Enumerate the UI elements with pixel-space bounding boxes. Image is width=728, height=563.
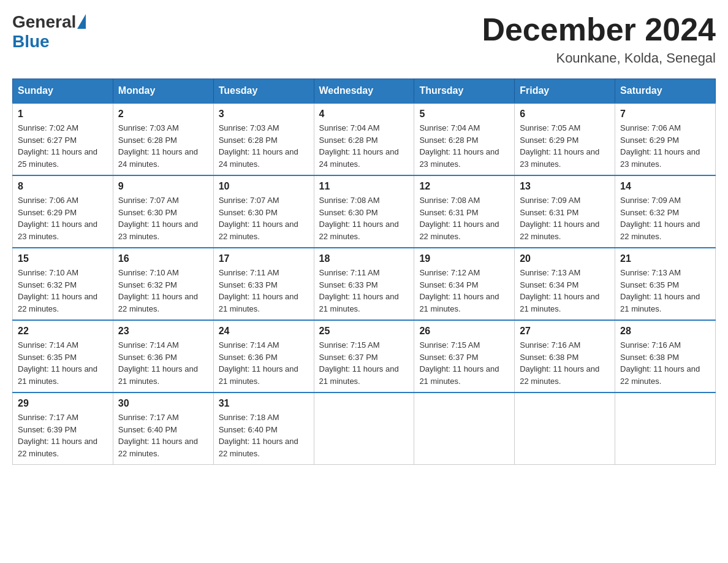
day-info: Sunrise: 7:09 AMSunset: 6:32 PMDaylight:… <box>620 194 710 242</box>
week-row-1: 1 Sunrise: 7:02 AMSunset: 6:27 PMDayligh… <box>13 103 716 175</box>
calendar-cell: 15 Sunrise: 7:10 AMSunset: 6:32 PMDaylig… <box>13 248 113 320</box>
calendar-cell: 12 Sunrise: 7:08 AMSunset: 6:31 PMDaylig… <box>414 175 515 248</box>
day-info: Sunrise: 7:08 AMSunset: 6:30 PMDaylight:… <box>319 194 409 242</box>
calendar-cell <box>515 393 615 465</box>
day-number: 2 <box>118 109 208 120</box>
calendar-cell: 8 Sunrise: 7:06 AMSunset: 6:29 PMDayligh… <box>13 175 113 248</box>
calendar-cell: 28 Sunrise: 7:16 AMSunset: 6:38 PMDaylig… <box>615 320 716 393</box>
location-label: Kounkane, Kolda, Senegal <box>482 50 716 66</box>
week-row-5: 29 Sunrise: 7:17 AMSunset: 6:39 PMDaylig… <box>13 393 716 465</box>
day-info: Sunrise: 7:13 AMSunset: 6:35 PMDaylight:… <box>620 267 710 315</box>
day-info: Sunrise: 7:07 AMSunset: 6:30 PMDaylight:… <box>219 194 309 242</box>
calendar-cell: 1 Sunrise: 7:02 AMSunset: 6:27 PMDayligh… <box>13 103 113 175</box>
day-info: Sunrise: 7:16 AMSunset: 6:38 PMDaylight:… <box>520 339 610 387</box>
day-info: Sunrise: 7:04 AMSunset: 6:28 PMDaylight:… <box>319 122 409 170</box>
day-info: Sunrise: 7:14 AMSunset: 6:36 PMDaylight:… <box>219 339 309 387</box>
day-info: Sunrise: 7:12 AMSunset: 6:34 PMDaylight:… <box>419 267 509 315</box>
calendar-cell <box>314 393 414 465</box>
day-info: Sunrise: 7:04 AMSunset: 6:28 PMDaylight:… <box>419 122 509 170</box>
week-row-4: 22 Sunrise: 7:14 AMSunset: 6:35 PMDaylig… <box>13 320 716 393</box>
calendar-cell: 20 Sunrise: 7:13 AMSunset: 6:34 PMDaylig… <box>515 248 615 320</box>
day-info: Sunrise: 7:13 AMSunset: 6:34 PMDaylight:… <box>520 267 610 315</box>
day-number: 5 <box>419 109 509 120</box>
day-info: Sunrise: 7:05 AMSunset: 6:29 PMDaylight:… <box>520 122 610 170</box>
calendar-cell <box>615 393 716 465</box>
day-number: 19 <box>419 253 509 264</box>
calendar-table: SundayMondayTuesdayWednesdayThursdayFrid… <box>12 79 716 465</box>
logo-general: General <box>12 12 76 32</box>
day-number: 22 <box>18 326 108 337</box>
calendar-cell: 22 Sunrise: 7:14 AMSunset: 6:35 PMDaylig… <box>13 320 113 393</box>
day-info: Sunrise: 7:17 AMSunset: 6:39 PMDaylight:… <box>18 412 108 459</box>
day-number: 31 <box>219 398 309 409</box>
day-info: Sunrise: 7:18 AMSunset: 6:40 PMDaylight:… <box>219 412 309 459</box>
day-number: 1 <box>18 109 108 120</box>
day-info: Sunrise: 7:14 AMSunset: 6:35 PMDaylight:… <box>18 339 108 387</box>
day-info: Sunrise: 7:10 AMSunset: 6:32 PMDaylight:… <box>18 267 108 315</box>
calendar-cell: 25 Sunrise: 7:15 AMSunset: 6:37 PMDaylig… <box>314 320 414 393</box>
header-thursday: Thursday <box>414 79 515 104</box>
day-number: 15 <box>18 253 108 264</box>
header-saturday: Saturday <box>615 79 716 104</box>
day-info: Sunrise: 7:08 AMSunset: 6:31 PMDaylight:… <box>419 194 509 242</box>
day-number: 18 <box>319 253 409 264</box>
header-friday: Friday <box>515 79 615 104</box>
day-number: 8 <box>18 181 108 192</box>
calendar-cell: 24 Sunrise: 7:14 AMSunset: 6:36 PMDaylig… <box>213 320 314 393</box>
calendar-cell: 26 Sunrise: 7:15 AMSunset: 6:37 PMDaylig… <box>414 320 515 393</box>
calendar-header-row: SundayMondayTuesdayWednesdayThursdayFrid… <box>13 79 716 104</box>
calendar-cell: 13 Sunrise: 7:09 AMSunset: 6:31 PMDaylig… <box>515 175 615 248</box>
calendar-cell: 10 Sunrise: 7:07 AMSunset: 6:30 PMDaylig… <box>213 175 314 248</box>
calendar-cell: 4 Sunrise: 7:04 AMSunset: 6:28 PMDayligh… <box>314 103 414 175</box>
day-number: 21 <box>620 253 710 264</box>
day-number: 14 <box>620 181 710 192</box>
day-info: Sunrise: 7:17 AMSunset: 6:40 PMDaylight:… <box>118 412 208 459</box>
day-info: Sunrise: 7:03 AMSunset: 6:28 PMDaylight:… <box>118 122 208 170</box>
page-header: General Blue December 2024 Kounkane, Kol… <box>12 12 716 66</box>
calendar-cell: 30 Sunrise: 7:17 AMSunset: 6:40 PMDaylig… <box>113 393 213 465</box>
day-number: 26 <box>419 326 509 337</box>
day-info: Sunrise: 7:11 AMSunset: 6:33 PMDaylight:… <box>219 267 309 315</box>
day-info: Sunrise: 7:09 AMSunset: 6:31 PMDaylight:… <box>520 194 610 242</box>
day-number: 30 <box>118 398 208 409</box>
header-monday: Monday <box>113 79 213 104</box>
day-number: 3 <box>219 109 309 120</box>
header-tuesday: Tuesday <box>213 79 314 104</box>
header-wednesday: Wednesday <box>314 79 414 104</box>
day-number: 23 <box>118 326 208 337</box>
day-number: 25 <box>319 326 409 337</box>
calendar-cell <box>414 393 515 465</box>
day-number: 13 <box>520 181 610 192</box>
calendar-cell: 9 Sunrise: 7:07 AMSunset: 6:30 PMDayligh… <box>113 175 213 248</box>
day-info: Sunrise: 7:16 AMSunset: 6:38 PMDaylight:… <box>620 339 710 387</box>
day-number: 4 <box>319 109 409 120</box>
month-title: December 2024 <box>482 12 716 47</box>
day-number: 17 <box>219 253 309 264</box>
day-info: Sunrise: 7:11 AMSunset: 6:33 PMDaylight:… <box>319 267 409 315</box>
day-number: 6 <box>520 109 610 120</box>
logo-triangle-icon <box>77 14 86 29</box>
calendar-cell: 2 Sunrise: 7:03 AMSunset: 6:28 PMDayligh… <box>113 103 213 175</box>
logo: General Blue <box>12 12 86 52</box>
logo-blue: Blue <box>12 32 50 51</box>
calendar-cell: 3 Sunrise: 7:03 AMSunset: 6:28 PMDayligh… <box>213 103 314 175</box>
day-info: Sunrise: 7:10 AMSunset: 6:32 PMDaylight:… <box>118 267 208 315</box>
day-info: Sunrise: 7:14 AMSunset: 6:36 PMDaylight:… <box>118 339 208 387</box>
day-number: 24 <box>219 326 309 337</box>
day-info: Sunrise: 7:07 AMSunset: 6:30 PMDaylight:… <box>118 194 208 242</box>
day-number: 7 <box>620 109 710 120</box>
week-row-3: 15 Sunrise: 7:10 AMSunset: 6:32 PMDaylig… <box>13 248 716 320</box>
day-number: 16 <box>118 253 208 264</box>
calendar-cell: 6 Sunrise: 7:05 AMSunset: 6:29 PMDayligh… <box>515 103 615 175</box>
day-number: 27 <box>520 326 610 337</box>
calendar-cell: 11 Sunrise: 7:08 AMSunset: 6:30 PMDaylig… <box>314 175 414 248</box>
calendar-cell: 27 Sunrise: 7:16 AMSunset: 6:38 PMDaylig… <box>515 320 615 393</box>
day-number: 10 <box>219 181 309 192</box>
title-section: December 2024 Kounkane, Kolda, Senegal <box>482 12 716 66</box>
calendar-cell: 7 Sunrise: 7:06 AMSunset: 6:29 PMDayligh… <box>615 103 716 175</box>
calendar-cell: 29 Sunrise: 7:17 AMSunset: 6:39 PMDaylig… <box>13 393 113 465</box>
calendar-cell: 17 Sunrise: 7:11 AMSunset: 6:33 PMDaylig… <box>213 248 314 320</box>
calendar-cell: 21 Sunrise: 7:13 AMSunset: 6:35 PMDaylig… <box>615 248 716 320</box>
week-row-2: 8 Sunrise: 7:06 AMSunset: 6:29 PMDayligh… <box>13 175 716 248</box>
day-number: 29 <box>18 398 108 409</box>
